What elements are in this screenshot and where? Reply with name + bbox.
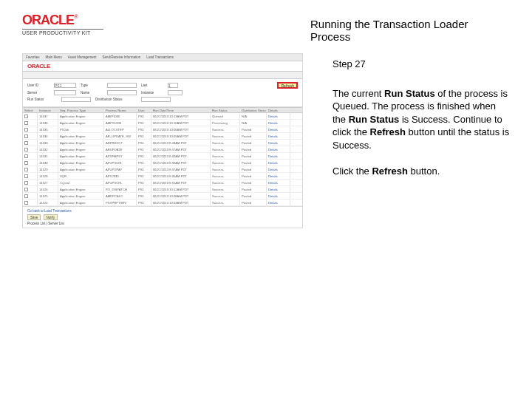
cell-datetime: 06/22/2013 9:37AM PDT (151, 166, 211, 172)
table-row: 14531Application EngineAPXFMPSTPS106/22/… (23, 153, 302, 160)
breadcrumb-item: Main Menu (46, 55, 62, 59)
cell-run-status: Success (211, 160, 240, 166)
instance-input[interactable] (168, 90, 183, 95)
cell-process-type: Application Engine (58, 200, 104, 205)
table-row: 14524Application EnginePSXPRPTSRVPS106/2… (23, 200, 302, 206)
cell-details[interactable]: Details (267, 180, 290, 185)
cell-details[interactable]: Details (267, 193, 290, 199)
table-row: 14528SQRAPX2030PS106/22/2013 9:35AM PDTS… (23, 173, 302, 180)
back-link[interactable]: Go back to Load Transactions (27, 209, 298, 213)
cell-details[interactable]: Details (267, 133, 290, 139)
screenshot-footer: Go back to Load Transactions Save Notify… (23, 206, 302, 228)
cell-run-status: Success (211, 180, 240, 185)
cell-process-name: ARPREDCT (104, 140, 137, 146)
last-label: Last (141, 83, 163, 87)
cell-process-type: Application Engine (58, 186, 104, 192)
cell-process-type: Application Engine (58, 113, 104, 119)
name-input[interactable] (107, 90, 137, 95)
cell-instance: 14528 (38, 173, 58, 179)
breadcrumb-bar: Favorites Main Menu Asset Management Sen… (23, 54, 302, 61)
cell-select[interactable] (23, 193, 38, 199)
cell-select[interactable] (23, 166, 38, 172)
logo-text: ORACLE (22, 13, 74, 27)
cell-details[interactable]: Details (267, 120, 290, 126)
cell-select[interactable] (23, 173, 38, 179)
cell-user: PS1 (137, 166, 151, 172)
cell-instance: 14535 (38, 126, 58, 132)
cell-details[interactable]: Details (267, 166, 290, 172)
cell-process-name: ARUPDATE (104, 146, 137, 152)
footer-nav: Process List | Server List (27, 222, 298, 225)
refresh-button[interactable]: Refresh (277, 82, 298, 89)
screenshot-panel: Favorites Main Menu Asset Management Sen… (22, 53, 303, 228)
cell-datetime: 06/22/2013 9:40AM PDT (151, 153, 211, 159)
save-button[interactable]: Save (27, 214, 41, 220)
breadcrumb-item: Favorites (26, 55, 40, 59)
cell-details[interactable]: Details (267, 186, 290, 192)
cell-details[interactable]: Details (267, 160, 290, 166)
cell-run-status: Success (211, 133, 240, 139)
cell-select[interactable] (23, 120, 38, 126)
cell-select[interactable] (23, 113, 38, 119)
cell-process-name: AMPS1000 (104, 120, 137, 126)
cell-run-status: Success (211, 126, 240, 132)
server-input[interactable] (54, 90, 76, 95)
cell-select[interactable] (23, 146, 38, 152)
cell-details[interactable]: Details (267, 200, 290, 205)
cell-run-status: Success (211, 173, 240, 179)
col-datetime: Run Date/Time (151, 108, 211, 112)
cell-datetime: 06/22/2013 10:06AM PDT (151, 126, 211, 132)
cell-process-name: ALLOCSTEP (104, 126, 137, 132)
server-label: Server (27, 91, 50, 95)
cell-select[interactable] (23, 186, 38, 192)
cell-select[interactable] (23, 153, 38, 159)
cell-instance: 14537 (38, 113, 58, 119)
cell-dist-status: Posted (240, 166, 267, 172)
cell-select[interactable] (23, 180, 38, 185)
cell-instance: 14532 (38, 146, 58, 152)
page: ORACLE® USER PRODUCTIVITY KIT Running th… (0, 0, 532, 399)
name-label: Name (81, 91, 103, 95)
diststatus-input[interactable] (141, 97, 171, 102)
cell-user: PS1 (137, 173, 151, 179)
table-row: 14530Application EngineAPUPSCHLPS106/22/… (23, 160, 302, 166)
cell-run-status: Success (211, 186, 240, 192)
cell-select[interactable] (23, 160, 38, 166)
cell-dist-status: Posted (240, 200, 267, 205)
cell-instance: 14533 (38, 140, 58, 146)
cell-details[interactable]: Details (267, 113, 290, 119)
cell-user: PS1 (137, 160, 151, 166)
text: button. (408, 166, 440, 177)
cell-details[interactable]: Details (267, 173, 290, 179)
cell-user: PS1 (137, 113, 151, 119)
type-input[interactable] (107, 83, 137, 88)
cell-datetime: 06/22/2013 9:31AM PDT (151, 180, 211, 185)
table-row: 14534Application EngineAR_UPDATE_SWPS106… (23, 133, 302, 140)
instruction-paragraph-2: Click the Refresh button. (332, 165, 510, 178)
col-select: Select (23, 108, 38, 112)
cell-select[interactable] (23, 126, 38, 132)
cell-select[interactable] (23, 140, 38, 146)
cell-details[interactable]: Details (267, 126, 290, 132)
cell-details[interactable]: Details (267, 153, 290, 159)
userid-input[interactable]: PS1 (54, 83, 76, 88)
table-row: 14529Application EngineAPUPDPAYPS106/22/… (23, 166, 302, 173)
bold-run-status: Run Status (384, 88, 435, 99)
table-row: 14532Application EngineARUPDATEPS106/22/… (23, 146, 302, 153)
cell-instance: 14536 (38, 120, 58, 126)
type-label: Type (81, 83, 103, 87)
cell-process-type: SQR (58, 173, 104, 179)
last-input[interactable]: 1 (168, 83, 178, 88)
cell-run-status: Success (211, 193, 240, 199)
runstatus-input[interactable] (61, 97, 91, 102)
cell-select[interactable] (23, 133, 38, 139)
notify-button[interactable]: Notify (44, 214, 58, 220)
cell-select[interactable] (23, 200, 38, 205)
cell-details[interactable]: Details (267, 140, 290, 146)
cell-process-name: APUPDPAY (104, 166, 137, 172)
cell-run-status: Queued (211, 113, 240, 119)
cell-run-status: Success (211, 200, 240, 205)
col-details: Details (267, 108, 290, 112)
cell-dist-status: Posted (240, 146, 267, 152)
cell-details[interactable]: Details (267, 146, 290, 152)
